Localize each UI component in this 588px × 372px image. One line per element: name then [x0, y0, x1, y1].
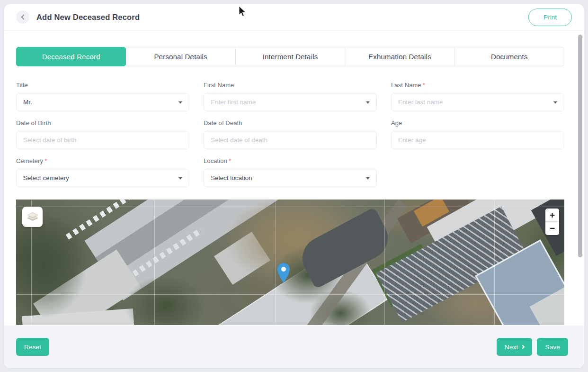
tab-deceased-record[interactable]: Deceased Record	[16, 47, 126, 66]
date-of-birth-input[interactable]: Select date of birth	[16, 131, 189, 149]
back-button[interactable]	[16, 10, 29, 24]
dropdown-caret-icon	[553, 101, 557, 104]
field-label-text: Cemetery	[16, 157, 43, 164]
vertical-scrollbar[interactable]	[578, 32, 583, 365]
field-label: Title	[16, 81, 189, 89]
field-label: Location*	[204, 157, 377, 165]
input-placeholder: Enter first name	[211, 99, 256, 106]
page-title: Add New Deceased Record	[36, 13, 140, 22]
select-value: Select location	[211, 174, 252, 181]
tab-label: Interment Details	[263, 53, 318, 61]
field-label-text: Date of Birth	[16, 119, 51, 127]
input-placeholder: Select date of death	[211, 136, 267, 144]
map-marker-icon[interactable]	[277, 263, 290, 283]
select-value: Select cemetery	[23, 174, 69, 181]
tab-documents[interactable]: Documents	[454, 47, 564, 66]
field-label-text: Last Name	[391, 82, 421, 89]
map-tile-seam	[494, 200, 495, 325]
field-date-of-birth: Date of Birth Select date of birth	[16, 119, 189, 149]
map-building	[414, 200, 449, 227]
map-building	[397, 200, 473, 244]
field-date-of-death: Date of Death Select date of death	[204, 119, 377, 149]
chevron-right-icon	[521, 345, 525, 349]
map-dirt-area	[423, 275, 527, 325]
dropdown-caret-icon	[178, 101, 182, 104]
zoom-in-button[interactable]: +	[545, 209, 559, 222]
first-name-input[interactable]: Enter first name	[204, 93, 377, 111]
input-placeholder: Enter age	[398, 136, 426, 144]
field-last-name: Last Name* Enter last name	[391, 81, 564, 111]
input-placeholder: Select date of birth	[23, 136, 77, 144]
location-map[interactable]: + −	[16, 200, 564, 325]
field-cemetery: Cemetery* Select cemetery	[16, 157, 189, 187]
required-mark: *	[423, 82, 425, 89]
map-building	[376, 206, 527, 322]
save-button-label: Save	[545, 344, 560, 351]
date-of-death-input[interactable]: Select date of death	[204, 131, 377, 149]
map-building	[214, 232, 270, 285]
form-footer: Reset Next Save	[4, 326, 584, 368]
title-select[interactable]: Mr.	[16, 93, 189, 111]
field-title: Title Mr.	[16, 81, 189, 111]
map-cars-row	[132, 228, 203, 277]
field-label-text: First Name	[204, 82, 234, 89]
reset-button[interactable]: Reset	[16, 338, 49, 356]
input-placeholder: Enter last name	[398, 99, 443, 106]
dropdown-caret-icon	[366, 177, 370, 180]
age-input[interactable]: Enter age	[391, 131, 564, 149]
map-building	[85, 200, 298, 300]
tab-label: Deceased Record	[42, 53, 100, 61]
field-label: Date of Birth	[16, 119, 189, 127]
map-building	[530, 278, 564, 325]
map-building	[22, 308, 135, 325]
map-tile-seam	[154, 200, 155, 325]
field-label-text: Location	[204, 157, 227, 164]
cemetery-select[interactable]: Select cemetery	[16, 169, 189, 187]
required-mark: *	[229, 157, 231, 164]
form-content: Deceased Record Personal Details Interme…	[4, 31, 584, 325]
layers-icon	[27, 211, 39, 223]
tab-personal-details[interactable]: Personal Details	[125, 47, 235, 66]
print-button-label: Print	[543, 14, 557, 21]
map-tile-seam	[384, 200, 385, 325]
zoom-out-button[interactable]: −	[545, 222, 559, 235]
deceased-record-form: Title Mr. First Name Enter first name La…	[16, 81, 564, 187]
chevron-left-icon	[21, 14, 26, 19]
scrollbar-thumb[interactable]	[578, 35, 582, 257]
map-building	[475, 239, 564, 325]
required-mark: *	[45, 157, 47, 164]
tab-exhumation-details[interactable]: Exhumation Details	[345, 47, 454, 66]
map-dirt-area	[224, 200, 362, 285]
map-cars-row	[66, 200, 133, 240]
map-lawn	[372, 244, 441, 307]
print-button[interactable]: Print	[528, 9, 572, 26]
next-button[interactable]: Next	[497, 338, 533, 356]
field-label-text: Date of Death	[204, 119, 242, 127]
field-label-text: Title	[16, 82, 28, 89]
map-building	[427, 200, 564, 266]
save-button[interactable]: Save	[537, 338, 568, 356]
map-building	[295, 207, 395, 289]
map-layers-button[interactable]	[22, 207, 43, 227]
field-label: Last Name*	[391, 81, 564, 89]
location-select[interactable]: Select location	[204, 169, 377, 187]
main-card: Add New Deceased Record Print Deceased R…	[4, 4, 584, 368]
map-road	[290, 200, 408, 325]
map-trees	[310, 290, 371, 325]
map-tile-seam	[16, 294, 564, 295]
field-age: Age Enter age	[391, 119, 564, 149]
field-label: Cemetery*	[16, 157, 189, 165]
map-tile-seam	[16, 207, 564, 207]
field-label: First Name	[204, 81, 377, 89]
field-first-name: First Name Enter first name	[204, 81, 377, 111]
map-building	[33, 249, 141, 325]
next-button-label: Next	[505, 344, 518, 351]
last-name-input[interactable]: Enter last name	[391, 93, 564, 111]
map-building	[218, 239, 390, 325]
dropdown-caret-icon	[178, 177, 182, 180]
tab-label: Documents	[491, 53, 528, 61]
reset-button-label: Reset	[24, 344, 41, 351]
tab-interment-details[interactable]: Interment Details	[235, 47, 345, 66]
field-label: Date of Death	[204, 119, 377, 127]
field-location: Location* Select location	[204, 157, 377, 187]
